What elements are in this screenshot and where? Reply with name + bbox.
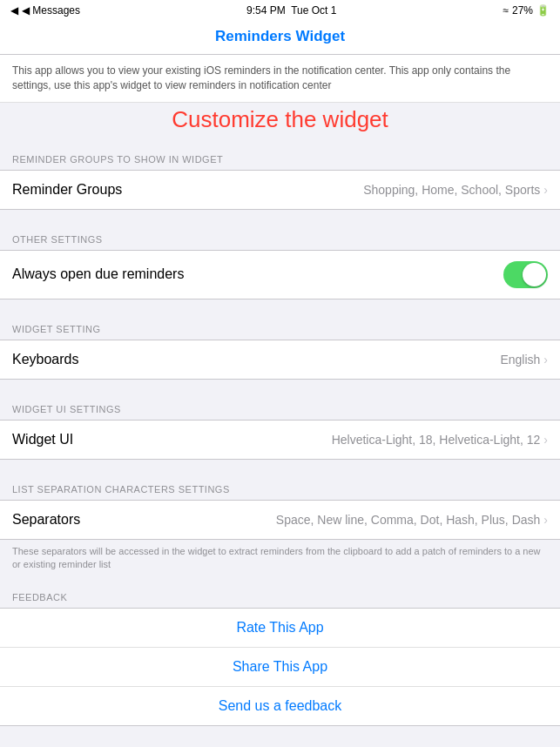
- chevron-icon-3: ›: [543, 433, 548, 447]
- rate-app-link[interactable]: Rate This App: [236, 620, 323, 636]
- status-left: ◀ ◀ Messages: [10, 4, 80, 17]
- wifi-icon: ≈: [503, 4, 509, 17]
- widget-ui-group: Widget UI Helvetica-Light, 18, Helvetica…: [0, 420, 560, 460]
- spacer-3: [0, 380, 560, 390]
- send-feedback-row[interactable]: Send us a feedback: [0, 687, 560, 725]
- spacer-2: [0, 299, 560, 310]
- toggle-knob: [523, 263, 546, 286]
- widget-setting-group: Keyboards English ›: [0, 340, 560, 380]
- section-label-separators: LIST SEPARATION CHARACTERS SETTINGS: [0, 470, 560, 500]
- spacer-5: [0, 726, 560, 737]
- section-label-reminder-groups: REMINDER GROUPS TO SHOW IN WIDGET: [0, 140, 560, 170]
- section-label-other-settings: OTHER SETTINGS: [0, 220, 560, 250]
- always-open-label: Always open due reminders: [12, 266, 184, 282]
- customize-header: Customize the widget: [0, 103, 560, 140]
- reminder-groups-value: Shopping, Home, School, Sports ›: [363, 183, 548, 197]
- separators-value: Space, New line, Comma, Dot, Hash, Plus,…: [276, 513, 548, 527]
- section-label-feedback: FEEDBACK: [0, 578, 560, 608]
- chevron-icon-2: ›: [543, 353, 548, 367]
- widget-ui-label: Widget UI: [12, 432, 73, 448]
- rate-app-row[interactable]: Rate This App: [0, 609, 560, 648]
- widget-ui-value: Helvetica-Light, 18, Helvetica-Light, 12…: [332, 433, 548, 447]
- send-feedback-link[interactable]: Send us a feedback: [219, 698, 341, 714]
- always-open-toggle[interactable]: [503, 261, 548, 288]
- always-open-due-row: Always open due reminders: [0, 251, 560, 299]
- battery-icon: 🔋: [536, 4, 550, 17]
- status-right: ≈ 27% 🔋: [503, 4, 550, 17]
- keyboards-row[interactable]: Keyboards English ›: [0, 340, 560, 379]
- separators-row[interactable]: Separators Space, New line, Comma, Dot, …: [0, 501, 560, 539]
- separators-note: These separators will be accessed in the…: [0, 540, 560, 579]
- spacer-4: [0, 460, 560, 470]
- other-settings-group: Always open due reminders: [0, 250, 560, 299]
- share-app-link[interactable]: Share This App: [233, 659, 327, 675]
- keyboards-value: English ›: [500, 353, 548, 367]
- status-bar: ◀ ◀ Messages 9:54 PM Tue Oct 1 ≈ 27% 🔋: [0, 0, 560, 21]
- chevron-icon: ›: [543, 183, 548, 197]
- reminder-groups-label: Reminder Groups: [12, 182, 122, 198]
- battery-label: 27%: [512, 4, 533, 17]
- nav-bar: Reminders Widget: [0, 21, 560, 55]
- messages-label[interactable]: ◀ Messages: [22, 4, 80, 17]
- reminder-groups-row[interactable]: Reminder Groups Shopping, Home, School, …: [0, 171, 560, 209]
- feedback-group: Rate This App Share This App Send us a f…: [0, 608, 560, 726]
- status-time: 9:54 PM Tue Oct 1: [246, 4, 336, 17]
- share-app-row[interactable]: Share This App: [0, 648, 560, 687]
- back-arrow-icon: ◀: [10, 4, 18, 17]
- section-label-help: HELP: [0, 737, 560, 747]
- reminder-groups-group: Reminder Groups Shopping, Home, School, …: [0, 170, 560, 210]
- separators-label: Separators: [12, 512, 80, 528]
- nav-title: Reminders Widget: [215, 28, 345, 44]
- chevron-icon-4: ›: [543, 513, 548, 527]
- widget-ui-row[interactable]: Widget UI Helvetica-Light, 18, Helvetica…: [0, 421, 560, 459]
- section-label-widget-ui: WIDGET UI SETTINGS: [0, 390, 560, 420]
- spacer-1: [0, 210, 560, 220]
- main-content: This app allows you to view your existin…: [0, 55, 560, 747]
- separators-group: Separators Space, New line, Comma, Dot, …: [0, 500, 560, 540]
- keyboards-label: Keyboards: [12, 352, 79, 367]
- info-text: This app allows you to view your existin…: [0, 55, 560, 103]
- section-label-widget-setting: WIDGET SETTING: [0, 310, 560, 340]
